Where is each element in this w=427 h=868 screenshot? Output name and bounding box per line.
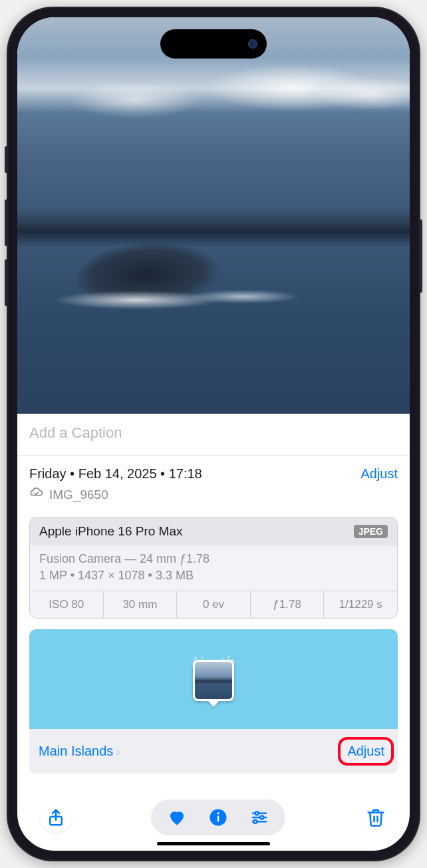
front-camera-icon <box>248 39 257 49</box>
adjust-date-button[interactable]: Adjust <box>360 466 398 482</box>
edit-sliders-button[interactable] <box>248 806 271 829</box>
side-button <box>5 146 7 173</box>
trash-button[interactable] <box>364 806 387 829</box>
format-badge: JPEG <box>354 525 388 538</box>
date-time-text: Friday • Feb 14, 2025 • 17:18 <box>29 466 202 482</box>
map-footer: Main Islands › Adjust <box>29 729 398 774</box>
filename-row: IMG_9650 <box>29 486 398 504</box>
photo-sky <box>17 64 410 124</box>
file-stats: 1 MP • 1437 × 1078 • 3.3 MB <box>30 567 397 591</box>
pin-photo-thumb <box>195 662 232 699</box>
exif-ev: 0 ev <box>177 591 251 618</box>
exif-row: ISO 80 30 mm 0 ev ƒ1.78 1/1229 s <box>30 591 397 618</box>
map-pin-thumbnail[interactable] <box>193 660 234 701</box>
location-text: Main Islands <box>39 744 113 759</box>
toolbar-center-group <box>151 799 285 835</box>
map-preview[interactable]: North Pac Oce <box>29 629 398 729</box>
phone-frame: Friday • Feb 14, 2025 • 17:18 Adjust IMG… <box>7 7 420 861</box>
camera-info-card: Apple iPhone 16 Pro Max JPEG Fusion Came… <box>29 517 398 619</box>
map-card: North Pac Oce Main Islands › Adjust <box>29 629 398 774</box>
svg-point-3 <box>217 812 219 814</box>
caption-input[interactable] <box>29 424 398 442</box>
photo-preview[interactable] <box>17 17 410 414</box>
photo-splash <box>57 283 323 317</box>
bottom-toolbar <box>17 794 410 841</box>
lens-info: Fusion Camera — 24 mm ƒ1.78 <box>30 545 397 567</box>
volume-up-button <box>5 200 7 246</box>
adjust-location-button-highlight: Adjust <box>338 737 394 766</box>
exif-shutter: 1/1229 s <box>324 591 397 618</box>
screen: Friday • Feb 14, 2025 • 17:18 Adjust IMG… <box>17 17 410 851</box>
exif-iso: ISO 80 <box>30 591 104 618</box>
svg-rect-2 <box>217 816 219 822</box>
device-name: Apple iPhone 16 Pro Max <box>39 524 182 539</box>
svg-point-9 <box>253 820 257 823</box>
svg-point-7 <box>260 816 263 819</box>
cloud-synced-icon <box>29 486 44 504</box>
favorite-button[interactable] <box>166 806 188 829</box>
exif-aperture: ƒ1.78 <box>251 591 325 618</box>
share-button[interactable] <box>40 801 72 833</box>
svg-point-5 <box>255 811 259 815</box>
power-button <box>420 219 422 293</box>
filename-text: IMG_9650 <box>49 488 108 502</box>
info-button[interactable] <box>207 806 229 829</box>
chevron-right-icon: › <box>116 744 120 759</box>
adjust-location-button[interactable]: Adjust <box>347 744 384 758</box>
metadata-section: Friday • Feb 14, 2025 • 17:18 Adjust IMG… <box>17 456 410 510</box>
dynamic-island <box>160 29 267 59</box>
location-link[interactable]: Main Islands › <box>39 744 120 759</box>
exif-focal: 30 mm <box>104 591 178 618</box>
home-indicator[interactable] <box>157 842 270 845</box>
volume-down-button <box>5 259 7 306</box>
caption-row <box>17 414 410 455</box>
